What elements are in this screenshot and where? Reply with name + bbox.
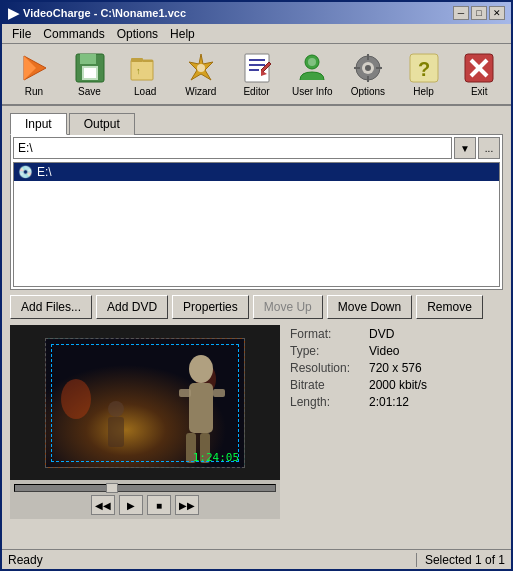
svg-rect-23 [376,67,382,69]
properties-button[interactable]: Properties [172,295,249,319]
editor-button[interactable]: Editor [231,48,283,100]
svg-rect-21 [367,76,369,82]
svg-rect-6 [131,60,153,80]
svg-rect-7 [131,58,143,62]
info-row-bitrate: Bitrate 2000 kbit/s [290,378,503,392]
run-button[interactable]: Run [8,48,60,100]
info-row-format: Format: DVD [290,327,503,341]
video-controls: ◀◀ ▶ ■ ▶▶ [10,480,280,519]
video-placeholder: 1:24:05 [10,325,280,480]
tabs: Input Output [10,112,503,134]
menu-commands[interactable]: Commands [37,25,110,43]
add-files-button[interactable]: Add Files... [10,295,92,319]
svg-point-16 [308,58,316,66]
run-label: Run [25,86,43,97]
add-dvd-button[interactable]: Add DVD [96,295,168,319]
status-text: Ready [8,553,416,567]
wizard-icon [185,52,217,84]
run-icon [18,52,50,84]
seek-track[interactable] [14,484,276,492]
stop-button[interactable]: ■ [147,495,171,515]
move-up-button[interactable]: Move Up [253,295,323,319]
length-label: Length: [290,395,365,409]
title-text: VideoCharge - C:\Noname1.vcc [23,7,186,19]
tab-output[interactable]: Output [69,113,135,135]
userinfo-button[interactable]: User Info [286,48,338,100]
file-area: ▼ ... 💿 E:\ [10,134,503,290]
options-button[interactable]: Options [342,48,394,100]
exit-icon [463,52,495,84]
video-panel: 1:24:05 ◀◀ ▶ ■ ▶▶ [10,325,280,519]
video-display: 1:24:05 [45,338,245,468]
rewind-button[interactable]: ◀◀ [91,495,115,515]
title-bar-controls: ─ □ ✕ [453,6,505,20]
svg-text:?: ? [418,58,430,80]
file-list[interactable]: 💿 E:\ [13,162,500,287]
bitrate-value: 2000 kbit/s [369,378,427,392]
info-row-length: Length: 2:01:12 [290,395,503,409]
help-icon: ? [408,52,440,84]
title-bar: ▶ VideoCharge - C:\Noname1.vcc ─ □ ✕ [2,2,511,24]
info-row-type: Type: Video [290,344,503,358]
menu-file[interactable]: File [6,25,37,43]
format-label: Format: [290,327,365,341]
move-down-button[interactable]: Move Down [327,295,412,319]
play-button[interactable]: ▶ [119,495,143,515]
options-icon [352,52,384,84]
wizard-label: Wizard [185,86,216,97]
load-label: Load [134,86,156,97]
type-value: Video [369,344,399,358]
wizard-button[interactable]: Wizard [175,48,227,100]
resolution-label: Resolution: [290,361,365,375]
save-label: Save [78,86,101,97]
save-icon [74,52,106,84]
help-button[interactable]: ? Help [398,48,450,100]
toolbar: Run Save ↑ [2,44,511,106]
preview-area: 1:24:05 ◀◀ ▶ ■ ▶▶ [10,325,503,519]
svg-point-19 [365,65,371,71]
type-label: Type: [290,344,365,358]
dropdown-button[interactable]: ▼ [454,137,476,159]
help-label: Help [413,86,434,97]
svg-rect-3 [80,54,96,64]
resolution-value: 720 x 576 [369,361,422,375]
status-bar: Ready Selected 1 of 1 [2,549,511,569]
file-icon: 💿 [18,165,33,179]
userinfo-label: User Info [292,86,333,97]
minimize-button[interactable]: ─ [453,6,469,20]
svg-rect-5 [84,68,96,78]
info-row-resolution: Resolution: 720 x 576 [290,361,503,375]
menu-help[interactable]: Help [164,25,201,43]
svg-text:↑: ↑ [136,66,141,76]
close-button[interactable]: ✕ [489,6,505,20]
file-label: E:\ [37,165,52,179]
menu-bar: File Commands Options Help [2,24,511,44]
forward-button[interactable]: ▶▶ [175,495,199,515]
svg-rect-8 [143,60,153,62]
tab-input[interactable]: Input [10,113,67,135]
svg-rect-22 [354,67,360,69]
menu-options[interactable]: Options [111,25,164,43]
format-value: DVD [369,327,394,341]
maximize-button[interactable]: □ [471,6,487,20]
editor-label: Editor [243,86,269,97]
action-buttons: Add Files... Add DVD Properties Move Up … [10,295,503,319]
options-label: Options [351,86,385,97]
svg-point-10 [197,64,205,72]
app-window: ▶ VideoCharge - C:\Noname1.vcc ─ □ ✕ Fil… [0,0,513,571]
bitrate-label: Bitrate [290,378,365,392]
save-button[interactable]: Save [64,48,116,100]
selection-box [51,344,239,462]
editor-icon [241,52,273,84]
video-frame: 1:24:05 [10,325,280,480]
list-item[interactable]: 💿 E:\ [14,163,499,181]
app-icon: ▶ [8,5,19,21]
browse-button[interactable]: ... [478,137,500,159]
path-input[interactable] [13,137,452,159]
load-button[interactable]: ↑ Load [119,48,171,100]
exit-button[interactable]: Exit [453,48,505,100]
remove-button[interactable]: Remove [416,295,483,319]
main-content: Input Output ▼ ... 💿 E:\ Add Files... Ad… [2,106,511,569]
userinfo-icon [296,52,328,84]
control-buttons: ◀◀ ▶ ■ ▶▶ [14,495,276,515]
